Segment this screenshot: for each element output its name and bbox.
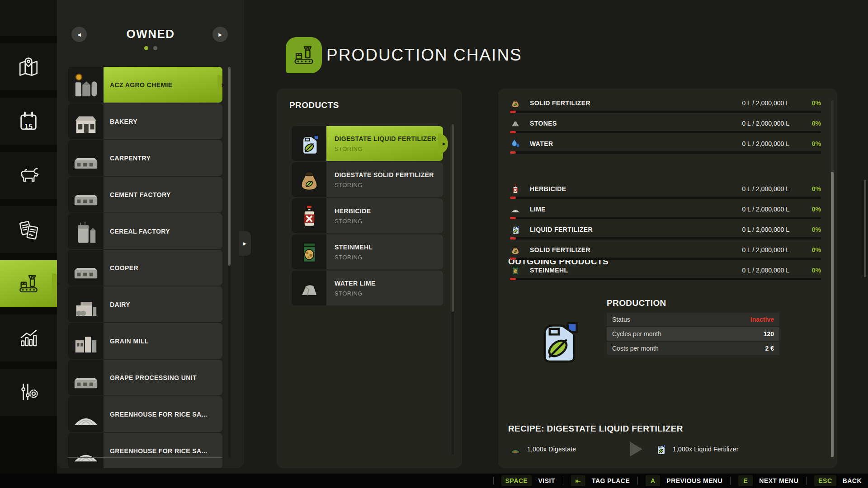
factory-thumbnail: [68, 433, 104, 468]
product-thumbnail: [292, 198, 326, 233]
fill-level-bar-fill: [510, 237, 516, 239]
fill-level-percent: 0%: [789, 185, 821, 192]
fill-level-value: 0 L / 2,000,000 L: [742, 226, 789, 233]
fill-level-percent: 0%: [789, 140, 821, 147]
sidebar-item-settings[interactable]: [0, 369, 57, 416]
sidebar-item-map[interactable]: [0, 43, 57, 90]
owned-panel: ◀ OWNED ▶ ACZ AGRO CHEMIE BAKERY: [57, 0, 244, 468]
owned-list-item[interactable]: DAIRY: [68, 286, 222, 322]
owned-next-button[interactable]: ▶: [212, 27, 228, 42]
products-scrollbar-thumb[interactable]: [452, 124, 454, 312]
action-label: VISIT: [538, 477, 555, 484]
owned-list-item[interactable]: GRAPE PROCESSING UNIT: [68, 360, 222, 395]
owned-scrollbar-thumb[interactable]: [228, 67, 231, 266]
fill-type-icon: [510, 204, 521, 215]
fill-level-row: WATER 0 L / 2,000,000 L 0%: [510, 137, 821, 158]
product-status: STORING: [335, 145, 443, 152]
key-badge: SPACE: [501, 475, 532, 486]
info-value: 120: [764, 330, 774, 338]
fill-level-bar: [510, 151, 821, 154]
product-status: STORING: [335, 254, 443, 261]
product-name: DIGESTATE LIQUID FERTILIZER: [335, 135, 443, 142]
input-help-action[interactable]: E NEXT MENU: [722, 475, 798, 486]
fill-type-icon: [510, 138, 521, 149]
sidebar-item-animals[interactable]: [0, 152, 57, 199]
product-list-item[interactable]: DIGESTATE LIQUID FERTILIZER STORING: [292, 126, 443, 161]
owned-list-item[interactable]: GRAIN MILL: [68, 323, 222, 359]
product-list-item[interactable]: STEINMEHL STORING: [292, 235, 443, 269]
fill-level-row: SOLID FERTILIZER 0 L / 2,000,000 L 0%: [510, 244, 821, 264]
products-scrollbar[interactable]: [452, 124, 454, 455]
product-list-item[interactable]: HERBICIDE STORING: [292, 198, 443, 233]
input-help-action[interactable]: ESC BACK: [798, 475, 862, 486]
product-thumbnail: [292, 162, 326, 197]
detail-scrollbar-thumb[interactable]: [831, 172, 834, 457]
owned-item-label: GRAIN MILL: [110, 338, 149, 345]
products-list: DIGESTATE LIQUID FERTILIZER STORING DIGE…: [292, 126, 443, 307]
recipe-output: 1,000x Liquid Fertilizer: [655, 440, 739, 458]
panel-expander-tab[interactable]: ▶: [239, 231, 251, 256]
fill-level-row: HERBICIDE 0 L / 2,000,000 L 0%: [510, 183, 821, 203]
fill-level-bar: [510, 237, 821, 239]
fill-level-bar-fill: [510, 131, 516, 133]
owned-list-item[interactable]: COOPER: [68, 250, 222, 286]
fill-level-bar-fill: [510, 278, 516, 280]
fill-type-icon: [510, 118, 521, 129]
product-list-item[interactable]: DIGESTATE SOLID FERTILIZER STORING: [292, 162, 443, 197]
factory-thumbnail: [68, 103, 104, 139]
fill-level-value: 0 L / 2,000,000 L: [742, 140, 789, 147]
sidebar-item-icon: [17, 380, 40, 404]
key-badge: A: [646, 475, 660, 486]
action-label: NEXT MENU: [759, 477, 798, 484]
owned-item-label: ACZ AGRO CHEMIE: [110, 81, 172, 89]
fill-level-bar: [510, 111, 821, 113]
sidebar-item-production[interactable]: [0, 260, 57, 307]
action-label: PREVIOUS MENU: [666, 477, 722, 484]
factory-thumbnail: [68, 177, 104, 212]
owned-list-item[interactable]: GREENHOUSE FOR RICE SA...: [68, 396, 222, 432]
product-list-item[interactable]: WATER LIME STORING: [292, 271, 443, 305]
fill-type-name: HERBICIDE: [530, 185, 742, 192]
product-thumbnail: [292, 126, 326, 161]
factory-thumbnail: [68, 286, 104, 322]
owned-list-item[interactable]: CEMENT FACTORY: [68, 177, 222, 212]
owned-list-item[interactable]: ACZ AGRO CHEMIE: [68, 67, 222, 103]
production-section-title: PRODUCTION: [607, 298, 666, 308]
production-info-row: Status Inactive: [607, 313, 779, 326]
fill-type-name: WATER: [530, 140, 742, 147]
fill-type-icon: [510, 183, 521, 194]
sidebar-item-calendar[interactable]: 15: [0, 98, 57, 145]
factory-thumbnail: [68, 323, 104, 359]
recipe-title: RECIPE: DIGESTATE LIQUID FERTILIZER: [508, 424, 683, 434]
input-help-action[interactable]: A PREVIOUS MENU: [630, 475, 722, 486]
owned-list-item[interactable]: CARPENTRY: [68, 140, 222, 176]
fill-level-percent: 0%: [789, 206, 821, 213]
page-scrollbar-thumb[interactable]: [864, 180, 866, 277]
owned-scrollbar[interactable]: [228, 67, 231, 457]
info-value: 2 €: [765, 345, 774, 352]
factory-thumbnail: [68, 396, 104, 432]
owned-list: ACZ AGRO CHEMIE BAKERY CARPENTRY: [68, 67, 222, 468]
owned-pagination: [57, 46, 244, 50]
owned-list-item[interactable]: GREENHOUSE FOR RICE SA...: [68, 433, 222, 468]
owned-list-item[interactable]: BAKERY: [68, 103, 222, 139]
sidebar-item-statistics[interactable]: [0, 314, 57, 361]
fill-level-percent: 0%: [789, 226, 821, 233]
chevron-right-icon: ▶: [243, 241, 246, 246]
chevron-right-icon: ▶: [218, 32, 222, 37]
fill-level-bar-fill: [510, 258, 516, 260]
fill-level-bar: [510, 131, 821, 133]
fill-level-value: 0 L / 2,000,000 L: [742, 206, 789, 213]
owned-list-divider: [68, 457, 222, 458]
input-help-action[interactable]: SPACE VISIT: [486, 475, 555, 486]
sidebar-spacer: [0, 0, 57, 36]
fill-level-row: LIME 0 L / 2,000,000 L 0%: [510, 203, 821, 223]
products-panel: PRODUCTS DIGESTATE LIQUID FERTILIZER STO…: [277, 89, 462, 468]
fill-level-bar-fill: [510, 197, 516, 199]
sidebar-item-contracts[interactable]: [0, 206, 57, 253]
owned-list-item[interactable]: CEREAL FACTORY: [68, 213, 222, 249]
owned-item-label: DAIRY: [110, 301, 130, 308]
input-help-action[interactable]: ⇤ TAG PLACE: [555, 475, 630, 486]
detail-scrollbar[interactable]: [831, 100, 834, 457]
fill-type-icon: [510, 98, 521, 108]
